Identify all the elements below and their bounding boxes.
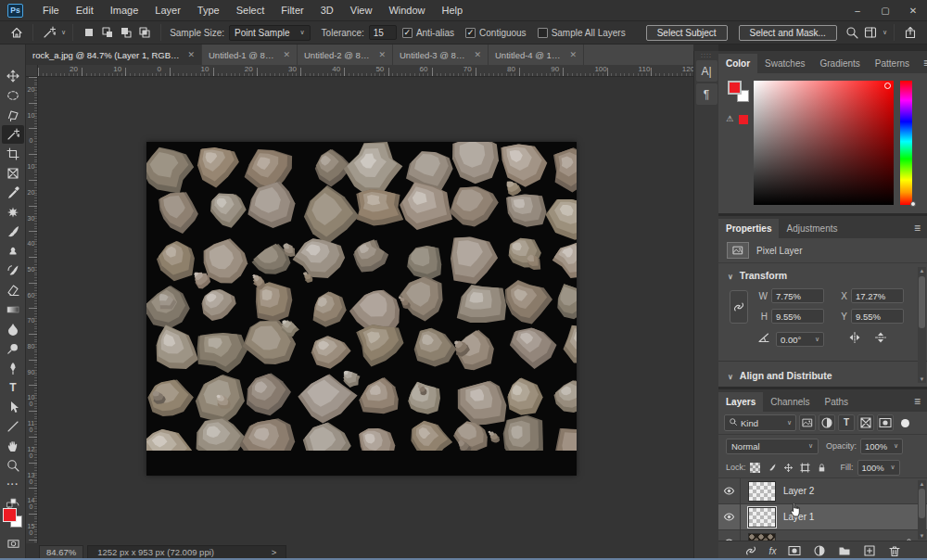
close-tab-icon[interactable]: ✕ <box>187 50 195 59</box>
layer-filter-kind-select[interactable]: Kind ∨ <box>724 414 796 431</box>
layer-thumbnail[interactable] <box>748 507 776 528</box>
eraser-tool[interactable] <box>2 281 24 299</box>
link-dimensions-button[interactable] <box>730 290 748 324</box>
brush-tool[interactable] <box>2 223 24 241</box>
checkbox-anti-alias[interactable]: ✓Anti-alias <box>402 28 454 38</box>
filter-shape-icon[interactable] <box>857 414 874 431</box>
hue-slider[interactable] <box>900 81 912 205</box>
layer-visibility-toggle[interactable] <box>718 504 741 529</box>
workspace-icon[interactable] <box>861 26 880 39</box>
filter-smart-icon[interactable] <box>877 414 894 431</box>
select-subjectbutton[interactable]: Select Subject <box>646 25 728 41</box>
filter-type-icon[interactable]: T <box>838 414 855 431</box>
align-section-header[interactable]: ∨Align and Distribute <box>728 370 918 381</box>
layers-scrollbar[interactable]: ▲ ▼ <box>918 480 926 540</box>
height-input[interactable]: 9.55% <box>771 309 824 324</box>
adjustment-layer-icon[interactable] <box>813 544 826 557</box>
crop-tool[interactable] <box>2 145 24 163</box>
properties-panel-menu-icon[interactable]: ≡ <box>908 218 927 238</box>
panel-button-character[interactable]: A| <box>696 60 717 82</box>
mode-add-icon[interactable] <box>98 26 117 39</box>
mode-intersect-icon[interactable] <box>135 26 154 39</box>
gamut-warning-icon[interactable]: ⚠ <box>726 114 733 123</box>
transform-section-header[interactable]: ∨Transform <box>728 270 918 281</box>
tab-swatches[interactable]: Swatches <box>757 54 812 73</box>
layer-row[interactable]: Layer 2 <box>718 478 927 504</box>
hand-tool[interactable] <box>2 437 24 455</box>
menu-image[interactable]: Image <box>102 2 147 19</box>
lock-artboard-icon[interactable] <box>800 463 810 473</box>
properties-scrollbar[interactable]: ▲ ▼ <box>918 267 926 383</box>
foreground-color-swatch[interactable] <box>3 508 17 522</box>
menu-view[interactable]: View <box>342 2 381 19</box>
layer-name[interactable]: Layer 2 <box>783 486 814 496</box>
fill-select[interactable]: 100%∨ <box>857 460 900 476</box>
scroll-up-icon[interactable]: ▲ <box>918 268 926 274</box>
dodge-tool[interactable] <box>2 339 24 358</box>
layer-visibility-toggle[interactable] <box>718 478 741 503</box>
width-input[interactable]: 7.75% <box>771 288 824 303</box>
menu-window[interactable]: Window <box>380 2 433 19</box>
home-icon[interactable] <box>7 26 26 39</box>
close-tab-icon[interactable]: ✕ <box>569 50 577 59</box>
zoom-tool[interactable] <box>2 456 24 475</box>
saturation-brightness-field[interactable] <box>754 81 894 205</box>
mode-sub-icon[interactable] <box>117 26 135 39</box>
menu-filter[interactable]: Filter <box>273 2 311 19</box>
color-picker-ring[interactable] <box>884 83 891 89</box>
vertical-ruler[interactable]: 2010010203040506070809010011012013014015… <box>26 77 38 543</box>
close-tab-icon[interactable]: ✕ <box>474 50 481 59</box>
line-tool[interactable] <box>2 417 24 436</box>
minimize-button[interactable]: – <box>844 1 871 19</box>
share-icon[interactable] <box>901 26 920 39</box>
type-tool[interactable]: T <box>2 378 24 397</box>
new-layer-icon[interactable] <box>863 544 876 557</box>
select-and-mask-button[interactable]: Select and Mask... <box>739 25 837 41</box>
scroll-down-icon[interactable]: ▼ <box>918 533 926 539</box>
search-icon[interactable] <box>843 26 861 39</box>
blend-mode-select[interactable]: Normal∨ <box>726 439 819 454</box>
panel-strip-handle[interactable]: :::: <box>694 51 718 58</box>
ruler-corner[interactable] <box>26 65 38 77</box>
tab-gradients[interactable]: Gradients <box>812 54 867 73</box>
document-canvas[interactable] <box>146 142 577 476</box>
layer-row[interactable]: Layer 1 <box>718 504 927 530</box>
menu-select[interactable]: Select <box>228 2 273 19</box>
tab-patterns[interactable]: Patterns <box>868 54 917 73</box>
add-mask-icon[interactable] <box>788 544 801 557</box>
move-tool[interactable] <box>2 67 24 85</box>
menu-edit[interactable]: Edit <box>68 2 102 19</box>
maximize-button[interactable]: ▢ <box>871 1 899 19</box>
rotation-input[interactable]: 0.00°∨ <box>776 332 824 347</box>
ellipsis-tool[interactable]: ··· <box>2 476 24 494</box>
healing-brush-tool[interactable] <box>2 203 24 222</box>
scroll-down-icon[interactable]: ▼ <box>918 376 926 382</box>
panel-button-paragraph[interactable]: ¶ <box>696 83 717 105</box>
path-selection-tool[interactable] <box>2 398 24 416</box>
sample-size-select[interactable]: Point Sample∨ <box>229 25 311 41</box>
document-tab[interactable]: rock_a.jpg @ 84.7% (Layer 1, RGB/8#) *✕ <box>26 45 202 65</box>
tab-channels[interactable]: Channels <box>763 392 817 412</box>
checkbox-box[interactable]: ✓ <box>465 28 476 38</box>
lock-position-icon[interactable] <box>783 463 794 473</box>
zoom-level[interactable]: 84.67% <box>39 545 83 559</box>
tolerance-input[interactable]: 15 <box>369 25 397 40</box>
document-tab[interactable]: Untitled-3 @ 84.7% (L...✕ <box>393 45 489 65</box>
magic-wand-tool[interactable] <box>2 125 24 144</box>
blur-tool[interactable] <box>2 320 24 338</box>
scroll-up-icon[interactable]: ▲ <box>918 481 926 487</box>
tab-properties[interactable]: Properties <box>718 219 779 238</box>
layers-panel-menu-icon[interactable]: ≡ <box>908 391 927 412</box>
tab-color[interactable]: Color <box>718 54 757 73</box>
checkbox-box[interactable]: ✓ <box>402 28 413 38</box>
link-layers-icon[interactable] <box>744 544 757 557</box>
close-button[interactable]: ✕ <box>899 1 927 19</box>
tab-paths[interactable]: Paths <box>818 392 857 412</box>
layer-thumbnail[interactable] <box>748 481 776 502</box>
filter-adjustment-icon[interactable] <box>819 414 835 431</box>
checkbox-box[interactable] <box>538 28 548 38</box>
color-panel-menu-icon[interactable]: ≡ <box>917 53 927 73</box>
document-size-info[interactable]: 1252 px x 953 px (72.009 ppi) > <box>87 545 286 559</box>
tab-layers[interactable]: Layers <box>718 392 763 412</box>
horizontal-ruler[interactable]: 20100102030405060708090100110120 <box>38 65 693 77</box>
